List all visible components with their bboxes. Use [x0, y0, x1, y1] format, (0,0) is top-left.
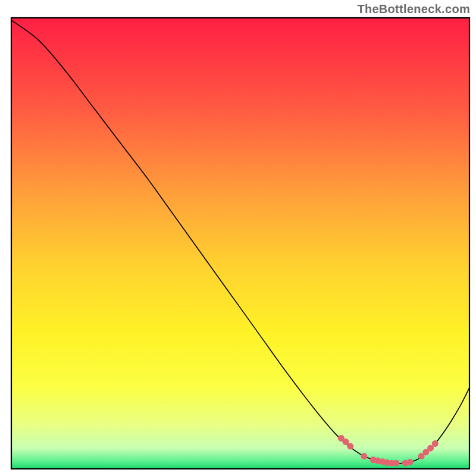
watermark-label: TheBottleneck.com: [357, 2, 470, 16]
highlight-dot: [393, 460, 399, 466]
highlight-dot: [432, 440, 439, 447]
highlight-dot: [361, 453, 367, 459]
chart-stage: TheBottleneck.com: [0, 0, 476, 476]
highlight-dot: [347, 443, 353, 450]
bottleneck-chart: [0, 0, 476, 476]
plot-background: [11, 18, 469, 469]
highlight-dot: [406, 459, 413, 465]
